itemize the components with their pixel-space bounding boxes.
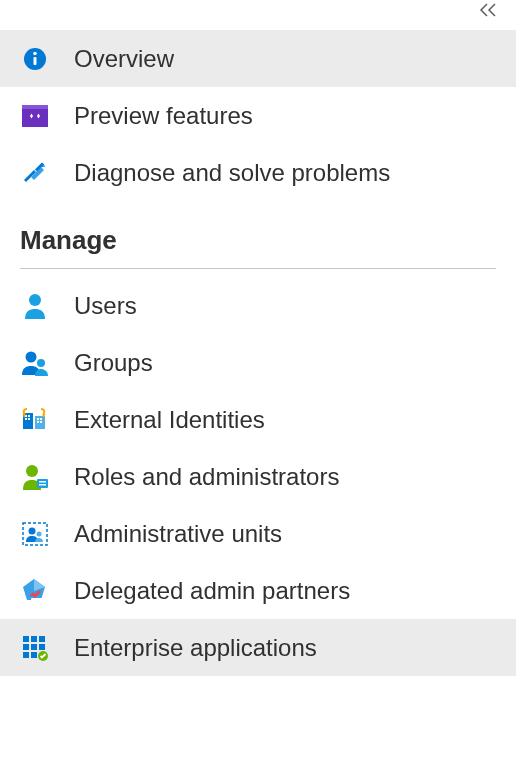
tools-icon — [20, 158, 50, 188]
nav-item-label: Enterprise applications — [74, 634, 317, 662]
svg-rect-26 — [31, 598, 43, 602]
svg-rect-1 — [34, 57, 37, 65]
nav-item-roles[interactable]: Roles and administrators — [0, 448, 516, 505]
sidebar-nav: Overview Preview features Diagnose and s… — [0, 0, 516, 676]
nav-item-preview-features[interactable]: Preview features — [0, 87, 516, 144]
roles-icon — [20, 462, 50, 492]
nav-item-label: Preview features — [74, 102, 253, 130]
svg-rect-17 — [37, 421, 39, 423]
nav-item-label: External Identities — [74, 406, 265, 434]
svg-rect-31 — [31, 644, 37, 650]
svg-point-8 — [37, 359, 45, 367]
svg-rect-27 — [23, 636, 29, 642]
nav-item-label: Overview — [74, 45, 174, 73]
admin-units-icon — [20, 519, 50, 549]
svg-rect-13 — [28, 418, 30, 420]
collapse-sidebar-button[interactable] — [478, 2, 498, 20]
svg-rect-28 — [31, 636, 37, 642]
svg-rect-29 — [39, 636, 45, 642]
user-icon — [20, 291, 50, 321]
sparkle-icon — [20, 101, 50, 131]
svg-rect-18 — [40, 421, 42, 423]
nav-item-users[interactable]: Users — [0, 277, 516, 334]
nav-item-label: Delegated admin partners — [74, 577, 350, 605]
nav-item-label: Diagnose and solve problems — [74, 159, 390, 187]
svg-rect-4 — [22, 105, 48, 109]
svg-rect-15 — [37, 418, 39, 420]
svg-rect-12 — [25, 418, 27, 420]
svg-rect-21 — [39, 481, 46, 483]
svg-point-7 — [26, 351, 37, 362]
groups-icon — [20, 348, 50, 378]
svg-point-24 — [29, 527, 36, 534]
svg-point-19 — [26, 465, 38, 477]
chevron-double-left-icon — [478, 3, 498, 17]
delegated-icon — [20, 576, 50, 606]
svg-rect-30 — [23, 644, 29, 650]
svg-rect-34 — [31, 652, 37, 658]
nav-item-admin-units[interactable]: Administrative units — [0, 505, 516, 562]
section-divider — [20, 268, 496, 269]
section-header-manage: Manage — [0, 201, 516, 264]
external-icon — [20, 405, 50, 435]
svg-rect-11 — [28, 415, 30, 417]
nav-item-diagnose[interactable]: Diagnose and solve problems — [0, 144, 516, 201]
apps-icon — [20, 633, 50, 663]
nav-item-enterprise-apps[interactable]: Enterprise applications — [0, 619, 516, 676]
svg-rect-22 — [39, 484, 46, 486]
nav-item-label: Users — [74, 292, 137, 320]
section-title: Manage — [20, 225, 117, 255]
svg-rect-16 — [40, 418, 42, 420]
nav-item-groups[interactable]: Groups — [0, 334, 516, 391]
svg-rect-33 — [23, 652, 29, 658]
nav-item-label: Administrative units — [74, 520, 282, 548]
nav-item-external-identities[interactable]: External Identities — [0, 391, 516, 448]
nav-item-label: Roles and administrators — [74, 463, 339, 491]
svg-rect-32 — [39, 644, 45, 650]
nav-item-overview[interactable]: Overview — [0, 30, 516, 87]
nav-item-delegated[interactable]: Delegated admin partners — [0, 562, 516, 619]
svg-point-2 — [33, 51, 37, 55]
svg-point-6 — [29, 294, 41, 306]
nav-item-label: Groups — [74, 349, 153, 377]
svg-point-25 — [37, 531, 42, 536]
svg-rect-20 — [37, 479, 48, 488]
info-icon — [20, 44, 50, 74]
